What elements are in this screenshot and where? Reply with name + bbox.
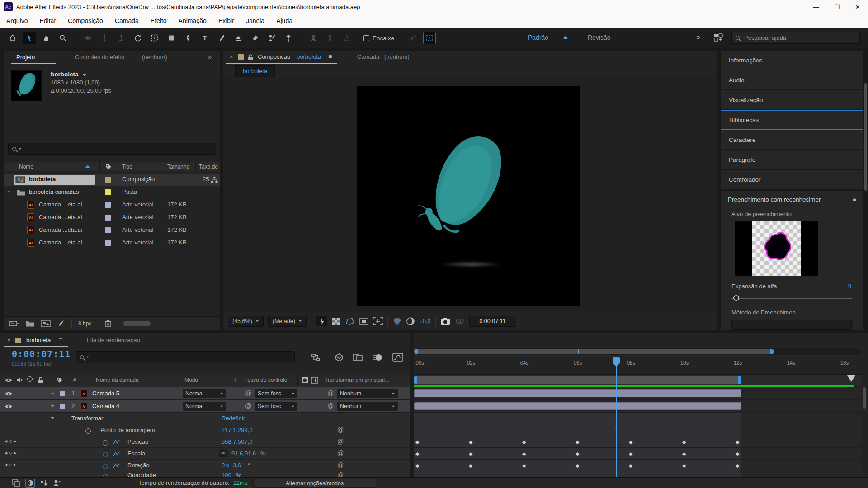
sidebar-item-controlador[interactable]: Controlador — [721, 170, 863, 189]
home-icon[interactable] — [6, 32, 19, 44]
view-axis-mode-icon[interactable] — [340, 32, 353, 44]
menu-arquivo[interactable]: Arquivo — [6, 17, 28, 24]
pen-tool-icon[interactable] — [182, 32, 194, 44]
label-swatch[interactable] — [105, 227, 111, 233]
project-row-vector[interactable]: Ai Camada ...eta.ai Arte vetorial 172 KB — [4, 211, 220, 224]
brush-tool-icon[interactable] — [215, 32, 228, 44]
project-row-vector[interactable]: Ai Camada ...eta.ai Arte vetorial 172 KB — [4, 224, 220, 237]
guides-icon[interactable] — [359, 317, 368, 325]
column-mode[interactable]: Modo — [184, 377, 198, 383]
property-value[interactable]: 217,1,299,0 — [222, 427, 253, 433]
project-search[interactable] — [8, 143, 216, 155]
keyframe-diamond[interactable]: ◆ — [415, 451, 419, 457]
keyframe-diamond[interactable]: ◆ — [736, 463, 739, 469]
keyframe-diamond[interactable]: ◆ — [682, 463, 686, 469]
column-taxa[interactable]: Taxa de — [199, 164, 218, 170]
new-folder-icon[interactable] — [25, 320, 34, 327]
sidebar-item-paragrafo[interactable]: Parágrafo — [721, 150, 863, 169]
resolution-dropdown[interactable]: (Metade) — [268, 316, 307, 327]
label-color-column-icon[interactable] — [105, 164, 112, 170]
project-item-name[interactable]: borboleta — [51, 71, 79, 78]
matte-pickwhip-icon[interactable]: @ — [245, 389, 251, 397]
mask-visibility-icon[interactable] — [345, 317, 355, 325]
position-row[interactable]: ◀◇▶ Posição 558,7,507,0 @ — [0, 436, 410, 448]
label-swatch[interactable] — [105, 189, 111, 195]
tab-projeto[interactable]: Projeto — [16, 54, 35, 61]
timeline-tab-render-queue[interactable]: Fila de renderização — [87, 337, 140, 343]
cursor-snap-icon[interactable] — [406, 32, 419, 44]
time-ruler[interactable]: 0:00s 02s 04s 06s 08s 10s 12s 14s 16s — [414, 357, 862, 375]
keyframe-navigator[interactable]: ◀◇▶ — [5, 451, 18, 455]
work-area-start-handle[interactable] — [414, 376, 417, 384]
constrain-proportions-link-icon[interactable]: ∞ — [219, 449, 228, 457]
layer-name[interactable]: Camada 5 — [92, 390, 119, 397]
toggle-switches-modes-button[interactable]: Alternar opções/modos — [253, 479, 376, 488]
label-swatch[interactable] — [105, 215, 111, 221]
project-row-folder[interactable]: borboleta camadas Pasta — [4, 186, 220, 199]
layer-expand-icon[interactable] — [52, 392, 54, 395]
orbit-camera-tool-icon[interactable] — [81, 32, 94, 44]
column-t[interactable]: T — [233, 377, 236, 383]
layer-collapse-icon[interactable] — [51, 405, 54, 407]
layer-visibility-eye-icon[interactable] — [5, 391, 13, 397]
timeline-label-swatch[interactable] — [15, 338, 21, 343]
property-value[interactable]: 91,6,91,6 — [231, 450, 256, 457]
matte-invert-icon[interactable] — [311, 377, 318, 384]
rectangle-tool-icon[interactable] — [165, 32, 178, 44]
layer-visibility-eye-icon[interactable] — [5, 404, 13, 409]
property-pickwhip-icon[interactable]: @ — [337, 450, 344, 457]
current-time-indicator-head[interactable] — [613, 357, 620, 364]
sidebar-item-bibliotecas[interactable]: Bibliotecas — [721, 110, 863, 130]
exposure-value[interactable]: +0,0 — [420, 318, 431, 324]
keyframe-diamond[interactable]: ◆ — [576, 451, 579, 457]
comp-marker-bin-icon[interactable] — [847, 375, 855, 382]
property-label[interactable]: Ponto de ancoragem — [100, 427, 155, 433]
group-collapse-icon[interactable] — [51, 417, 54, 419]
time-navigator-track[interactable] — [414, 348, 862, 355]
transparency-grid-icon[interactable] — [331, 317, 340, 325]
caf-method-dropdown[interactable] — [731, 320, 852, 330]
current-time-indicator-line[interactable] — [616, 366, 617, 478]
tab-comp-name[interactable]: borboleta — [297, 53, 321, 60]
sidebar-item-informacoes[interactable]: Informações — [721, 51, 863, 70]
clone-stamp-tool-icon[interactable] — [232, 32, 245, 44]
transform-reset-link[interactable]: Redefinir — [222, 415, 245, 422]
panel-overflow-icon[interactable]: » — [208, 53, 212, 61]
keyframe-diamond[interactable]: ◆ — [469, 463, 472, 469]
keyframe-diamond[interactable]: ◆ — [736, 451, 739, 457]
motion-blur-icon[interactable] — [372, 353, 383, 362]
sidebar-item-audio[interactable]: Áudio — [721, 70, 863, 90]
column-parent[interactable]: Transformar em principal... — [325, 377, 408, 383]
track-matte-dropdown[interactable]: Sem fosc — [255, 402, 297, 411]
caf-fill-target-preview[interactable] — [735, 221, 818, 276]
keyframe-diamond[interactable]: ◆ — [522, 439, 526, 445]
column-tipo[interactable]: Tipo — [122, 164, 132, 170]
work-area-end-handle[interactable] — [738, 376, 741, 384]
row-name[interactable]: Camada ...eta.ai — [39, 214, 82, 221]
comp-tab-close-icon[interactable]: × — [230, 53, 233, 60]
current-timecode[interactable]: 0:00:07:11 — [12, 348, 71, 359]
column-number[interactable]: # — [73, 377, 76, 383]
maximize-button[interactable]: ❐ — [826, 0, 847, 14]
keyframe-diamond[interactable]: ◆ — [736, 439, 739, 445]
comp-panel-menu-icon[interactable]: ≡ — [328, 53, 332, 60]
label-swatch[interactable] — [105, 177, 111, 183]
snap-checkbox[interactable] — [363, 35, 369, 41]
project-panel-menu-icon[interactable]: ≡ — [45, 53, 49, 61]
workspace-overflow-icon[interactable]: » — [696, 33, 700, 41]
channels-icon[interactable] — [392, 317, 401, 326]
close-button[interactable]: ✕ — [847, 0, 868, 14]
switches-icon[interactable] — [40, 479, 48, 487]
keyframe-diamond[interactable]: ◆ — [682, 451, 686, 457]
blend-modes-toggle-icon[interactable] — [25, 479, 35, 488]
lock-icon[interactable] — [248, 54, 253, 61]
menu-janela[interactable]: Janela — [246, 17, 264, 24]
blend-mode-dropdown[interactable]: Normal — [183, 389, 226, 398]
timeline-tab-borboleta[interactable]: borboleta — [26, 337, 51, 343]
mask-expansion-icon[interactable] — [423, 32, 436, 44]
live-update-icon[interactable] — [12, 479, 21, 487]
menu-composicao[interactable]: Composição — [68, 17, 103, 24]
sidebar-item-caractere[interactable]: Caractere — [721, 130, 863, 150]
layer-label-swatch[interactable] — [60, 404, 65, 409]
layer-duration-bar[interactable] — [414, 389, 741, 397]
